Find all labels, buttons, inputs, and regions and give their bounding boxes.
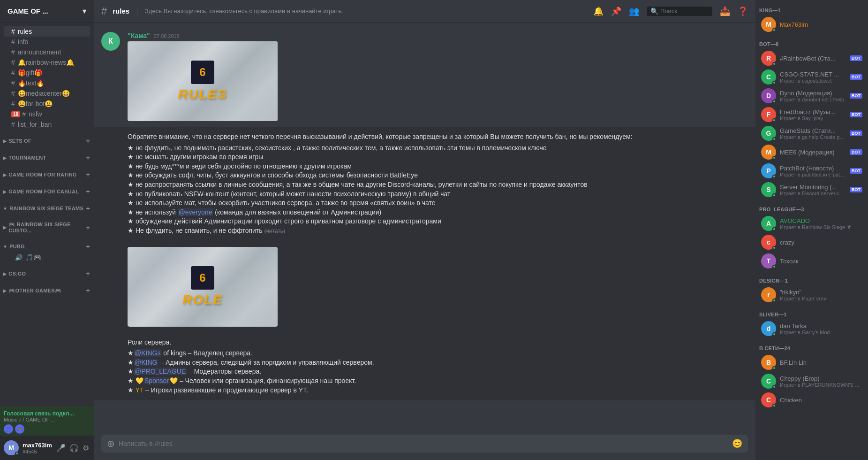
category-game-room-casual[interactable]: ▶ GAME ROOM FOR CASUAL + bbox=[0, 180, 94, 197]
online-indicator bbox=[772, 118, 776, 122]
add-channel-icon[interactable]: + bbox=[86, 171, 90, 178]
member-item-bflinlin[interactable]: B BF.Lin Lin bbox=[757, 353, 866, 372]
category-game-room-rating[interactable]: ▶ GAME ROOM FOR RATING + bbox=[0, 163, 94, 180]
member-item-rikikyn[interactable]: r "rikikyn" Играет в Ищет угли bbox=[757, 285, 866, 304]
member-info: Dyno (Модерация) Играет в dynobot.net | … bbox=[780, 90, 846, 102]
gear-icon[interactable]: ⚙ bbox=[81, 28, 86, 35]
member-name: Cheppy (Erop) bbox=[780, 375, 862, 382]
mute-button[interactable]: 🎤 bbox=[55, 443, 67, 453]
member-item-dyno[interactable]: D Dyno (Модерация) Играет в dynobot.net … bbox=[757, 86, 866, 105]
chevron-right-icon: ▶ bbox=[3, 172, 7, 177]
member-item-patchbot[interactable]: P PatchBot (Новости) Играет в patchbot.i… bbox=[757, 161, 866, 180]
member-name: AVOCADO bbox=[780, 217, 862, 224]
channel-item-list-for-ban[interactable]: # list_for_ban bbox=[4, 119, 90, 130]
role-image: 6 ROLE bbox=[128, 247, 278, 327]
channel-item-text[interactable]: # 🔥text🔥 bbox=[4, 78, 90, 88]
rules-word-text: RULES bbox=[178, 87, 227, 102]
member-item-fredboat[interactable]: F FredBoat♪♪ (Музы... Играет в Say ;play… bbox=[757, 105, 866, 124]
category-csgo[interactable]: ▶ CS:GO + bbox=[0, 262, 94, 279]
category-label: GAME ROOM FOR RATING bbox=[8, 172, 76, 177]
channel-item-rules[interactable]: # rules 👥 ⚙ bbox=[4, 26, 90, 37]
member-item-servermonitoring[interactable]: S Server Monitoring (... Играет в Discor… bbox=[757, 180, 866, 199]
channel-name-gift: 🎁gift🎁 bbox=[18, 69, 43, 77]
category-label: 🎮OTHER GAMES🎮 bbox=[8, 288, 61, 294]
category-tournament[interactable]: ▶ TOURNAMENT + bbox=[0, 146, 94, 163]
rules-text-content: Обратите внимание, что на сервере нет че… bbox=[128, 132, 748, 236]
channel-item-mediacenter[interactable]: # 😀mediacenter😀 bbox=[4, 88, 90, 99]
add-channel-icon[interactable]: + bbox=[86, 224, 90, 231]
members-toggle-icon[interactable]: 👥 bbox=[629, 6, 639, 16]
add-channel-icon[interactable]: + bbox=[86, 270, 90, 277]
add-channel-icon[interactable]: + bbox=[86, 287, 90, 294]
pin-icon[interactable]: 📌 bbox=[611, 6, 621, 16]
category-other-games[interactable]: ▶ 🎮OTHER GAMES🎮 + bbox=[0, 279, 94, 296]
add-channel-icon[interactable]: + bbox=[86, 154, 90, 161]
kings-mention[interactable]: @KINGs bbox=[134, 349, 161, 357]
inbox-icon[interactable]: 📥 bbox=[720, 6, 730, 16]
add-channel-icon[interactable]: + bbox=[86, 243, 90, 250]
pro-league-mention[interactable]: @PRO_LEAGUE bbox=[134, 368, 187, 375]
channel-item-pubg-voice1[interactable]: 🔊 🎵🎮 bbox=[4, 252, 90, 262]
member-item-cheppy[interactable]: C Cheppy (Erop) Играет в PLAYERUNKNOWN'S… bbox=[757, 372, 866, 391]
channel-name-announcement: announcement bbox=[18, 48, 61, 56]
bell-icon[interactable]: 🔔 bbox=[593, 6, 604, 16]
search-input[interactable] bbox=[660, 8, 707, 15]
category-rainbow-six-custom[interactable]: ▶ 🎮 RAINBOW SIX SIEGE CUSTO... + bbox=[0, 214, 94, 235]
channel-item-rainbow-news[interactable]: # 🔔rainbow-news🔔 bbox=[4, 57, 90, 68]
category-sets-of[interactable]: ▶ SETS OF + bbox=[0, 130, 94, 146]
chevron-right-icon: ▶ bbox=[3, 155, 7, 161]
member-item-dantarka[interactable]: d dan Tarka Играет в Garry's Mod bbox=[757, 319, 866, 338]
message-author-1[interactable]: "Кама" bbox=[128, 32, 150, 39]
sponsor-mention[interactable]: Sponsor bbox=[143, 377, 170, 384]
add-channel-icon[interactable]: + bbox=[86, 205, 90, 212]
member-info: Токсик bbox=[780, 258, 862, 265]
king-mention[interactable]: @KING bbox=[134, 359, 158, 366]
member-item-gamestats[interactable]: G GameStats (Стати... Играет в gs.help C… bbox=[757, 124, 866, 143]
category-pubg[interactable]: ▼ PUBG + bbox=[0, 235, 94, 252]
member-info: GameStats (Стати... Играет в gs.help Cre… bbox=[780, 127, 846, 140]
member-avatar-wrap: c bbox=[761, 235, 776, 250]
channel-item-for-bot[interactable]: # 😀for-bot😀 bbox=[4, 99, 90, 109]
member-info: PatchBot (Новости) Играет в patchbot.io … bbox=[780, 165, 846, 177]
member-info: MEE6 (Модерация) bbox=[780, 149, 846, 156]
member-info: AVOCADO Играет в Rainbow Six Siege 🗡 bbox=[780, 217, 862, 230]
member-item-chicken[interactable]: C Chicken bbox=[757, 391, 866, 409]
member-name: #RainbowBot (Ста... bbox=[780, 55, 846, 62]
category-rainbow-six-teams[interactable]: ▼ RAINBOW SIX SIEGE TEAMS + bbox=[0, 197, 94, 214]
member-avatar-wrap: G bbox=[761, 126, 776, 141]
chat-input[interactable] bbox=[119, 435, 728, 452]
member-item-toksik[interactable]: Т Токсик bbox=[757, 252, 866, 270]
bot-badge: BOT bbox=[850, 112, 862, 117]
chevron-down-icon: ▼ bbox=[3, 244, 8, 249]
member-item-rainbowbot[interactable]: R #RainbowBot (Ста... BOT bbox=[757, 49, 866, 68]
channel-item-nsfw[interactable]: 18 # nsfw bbox=[4, 109, 90, 119]
emoji-picker-icon[interactable]: 😊 bbox=[732, 438, 742, 449]
bot-badge: BOT bbox=[850, 93, 862, 99]
channel-name: 🎵🎮 bbox=[25, 253, 41, 261]
search-bar[interactable]: 🔍 bbox=[647, 7, 712, 16]
help-icon[interactable]: ❓ bbox=[738, 6, 748, 16]
add-channel-icon[interactable]: + bbox=[86, 188, 90, 195]
member-item-mee6[interactable]: M MEE6 (Модерация) BOT bbox=[757, 143, 866, 161]
member-name: Max763im bbox=[780, 21, 862, 28]
member-item-crazy[interactable]: c crazy bbox=[757, 233, 866, 252]
user-area: M max763im #4545 🎤 🎧 ⚙ bbox=[0, 436, 94, 460]
hash-icon: # bbox=[11, 100, 15, 107]
deafen-button[interactable]: 🎧 bbox=[68, 443, 80, 453]
attach-icon[interactable]: ⊕ bbox=[107, 438, 115, 449]
add-channel-icon[interactable]: + bbox=[86, 137, 90, 145]
settings-button[interactable]: ⚙ bbox=[82, 443, 90, 453]
members-icon[interactable]: 👥 bbox=[71, 28, 79, 35]
everyone-mention[interactable]: @everyone bbox=[178, 208, 213, 216]
channel-item-info[interactable]: # info bbox=[4, 37, 90, 47]
channel-item-announcement[interactable]: # announcement bbox=[4, 47, 90, 57]
channel-item-gift[interactable]: # 🎁gift🎁 bbox=[4, 68, 90, 78]
chat-header: # rules Здесь Вы находитесь, ознакомьтес… bbox=[94, 0, 755, 23]
members-category-sliver: SLIVER—1 bbox=[755, 304, 868, 319]
member-item-csgostats[interactable]: C CSGO-STATS.NET ... Играет в csgostatsw… bbox=[757, 68, 866, 86]
server-header[interactable]: GAME OF ... ▾ bbox=[0, 0, 94, 23]
member-status: Играет в Say ;play bbox=[780, 115, 846, 121]
member-item-avocado[interactable]: A AVOCADO Играет в Rainbow Six Siege 🗡 bbox=[757, 214, 866, 233]
member-item-max763im[interactable]: M Max763im bbox=[757, 15, 866, 34]
member-avatar-wrap: F bbox=[761, 107, 776, 122]
